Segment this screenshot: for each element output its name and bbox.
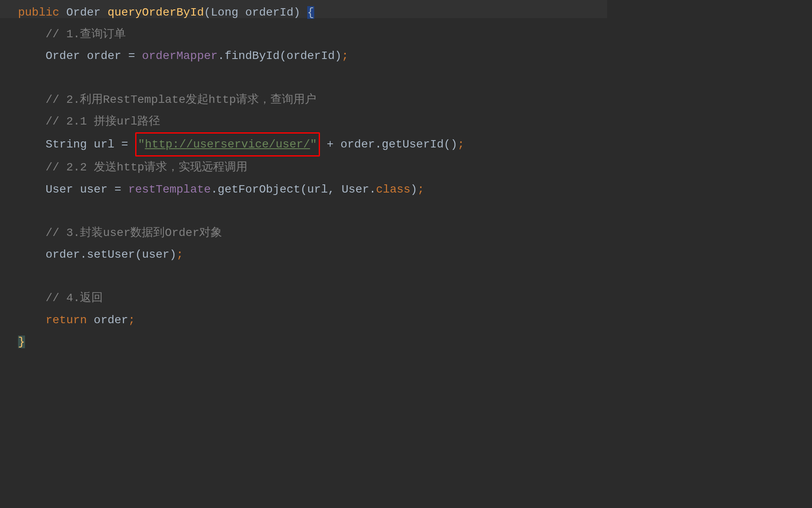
paren-close: ) <box>293 6 300 19</box>
open-brace: { <box>307 6 314 19</box>
semicolon: ; <box>458 138 465 151</box>
class-keyword: class <box>376 183 411 196</box>
return-var: order <box>87 314 128 327</box>
semicolon: ; <box>417 183 424 196</box>
semicolon: ; <box>176 248 183 261</box>
close-brace: } <box>18 336 25 348</box>
code-editor[interactable]: public Order queryOrderById(Long orderId… <box>0 0 607 361</box>
concat-expr: + order.getUserId() <box>320 138 458 151</box>
comment-line: // 2.2 发送http请求，实现远程调用 <box>45 161 247 174</box>
paren-open: ( <box>204 6 211 19</box>
comment-line: // 1.查询订单 <box>45 28 126 41</box>
keyword-public: public <box>18 6 59 19</box>
method-name: queryOrderById <box>107 6 204 19</box>
equals: = <box>128 50 135 62</box>
param-type: Long <box>211 6 238 19</box>
param-name: orderId <box>245 6 294 19</box>
var-name: order <box>87 50 121 62</box>
var-type: User <box>45 183 73 196</box>
method-call: .findById(orderId) <box>218 50 341 62</box>
equals: = <box>114 183 121 196</box>
semicolon: ; <box>128 314 135 327</box>
semicolon: ; <box>342 50 349 62</box>
paren-close: ) <box>411 183 417 196</box>
var-type: String <box>45 138 87 151</box>
return-keyword: return <box>45 314 87 327</box>
comment-line: // 2.利用RestTemplate发起http请求，查询用户 <box>45 93 316 106</box>
comment-line: // 3.封装user数据到Order对象 <box>45 227 222 239</box>
string-url: http://userservice/user/ <box>145 138 310 151</box>
return-type: Order <box>66 6 101 19</box>
string-quote: " <box>138 138 145 151</box>
comment-line: // 2.1 拼接url路径 <box>45 115 160 128</box>
code-block[interactable]: public Order queryOrderById(Long orderId… <box>0 0 607 353</box>
highlighted-string-box: "http://userservice/user/" <box>135 132 320 156</box>
statement: order.setUser(user) <box>45 248 176 261</box>
comment-line: // 4.返回 <box>45 292 103 304</box>
equals: = <box>121 138 128 151</box>
var-type: Order <box>45 50 80 62</box>
string-quote: " <box>310 138 317 151</box>
var-name: user <box>80 183 107 196</box>
field-ref: restTemplate <box>128 183 211 196</box>
field-ref: orderMapper <box>142 50 218 62</box>
var-name: url <box>94 138 114 151</box>
method-call: .getForObject(url, User. <box>211 183 376 196</box>
